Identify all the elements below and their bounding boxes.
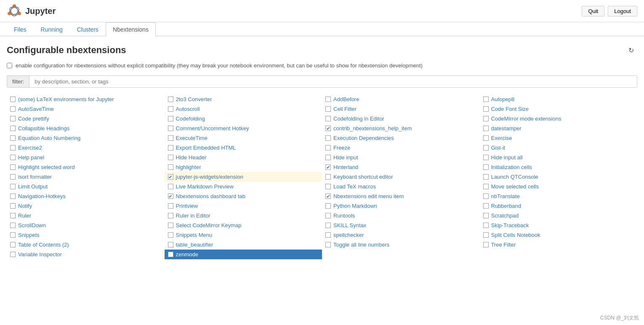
ext-checkbox[interactable]: [325, 242, 331, 247]
list-item[interactable]: Keyboard shortcut editor: [322, 172, 480, 182]
ext-checkbox[interactable]: [168, 184, 173, 189]
ext-checkbox[interactable]: [10, 135, 16, 141]
ext-checkbox[interactable]: [483, 223, 489, 228]
list-item[interactable]: Hide Header: [165, 153, 322, 162]
ext-checkbox[interactable]: [168, 155, 173, 160]
list-item[interactable]: Snippets: [7, 230, 165, 240]
ext-checkbox[interactable]: [168, 252, 173, 257]
tab-running[interactable]: Running: [34, 22, 70, 36]
list-item[interactable]: Exercise2: [7, 143, 165, 153]
list-item[interactable]: Launch QTConsole: [480, 172, 638, 182]
ext-checkbox[interactable]: [10, 106, 16, 112]
list-item[interactable]: Codefolding: [165, 114, 322, 124]
ext-checkbox[interactable]: [168, 106, 173, 112]
ext-checkbox[interactable]: [10, 232, 16, 238]
list-item[interactable]: Printview: [165, 201, 322, 211]
ext-checkbox[interactable]: [483, 116, 489, 121]
list-item[interactable]: Ruler in Editor: [165, 211, 322, 220]
ext-checkbox[interactable]: ✔: [168, 193, 173, 199]
ext-checkbox[interactable]: [10, 97, 16, 102]
ext-checkbox[interactable]: [10, 174, 16, 180]
list-item[interactable]: Select CodeMirror Keymap: [165, 220, 322, 230]
ext-checkbox[interactable]: [10, 126, 16, 131]
list-item[interactable]: CodeMirror mode extensions: [480, 114, 638, 124]
list-item[interactable]: ✔Nbextensions dashboard tab: [165, 191, 322, 201]
list-item[interactable]: ✔Hinterland: [322, 162, 480, 172]
ext-checkbox[interactable]: [168, 126, 173, 131]
list-item[interactable]: Freeze: [322, 143, 480, 153]
reload-icon[interactable]: ↻: [628, 46, 634, 54]
ext-checkbox[interactable]: [10, 213, 16, 218]
ext-checkbox[interactable]: [325, 213, 331, 218]
ext-checkbox[interactable]: [10, 145, 16, 150]
ext-checkbox[interactable]: [168, 213, 173, 218]
list-item[interactable]: Code prettify: [7, 114, 165, 124]
list-item[interactable]: Execution Dependencies: [322, 133, 480, 143]
ext-checkbox[interactable]: [483, 193, 489, 199]
ext-checkbox[interactable]: [168, 135, 173, 141]
list-item[interactable]: SKILL Syntax: [322, 220, 480, 230]
ext-checkbox[interactable]: ✔: [325, 193, 331, 199]
list-item[interactable]: Comment/Uncomment Hotkey: [165, 124, 322, 133]
ext-checkbox[interactable]: [10, 116, 16, 121]
list-item[interactable]: ScrollDown: [7, 220, 165, 230]
ext-checkbox[interactable]: [168, 145, 173, 150]
list-item[interactable]: Ruler: [7, 211, 165, 220]
list-item[interactable]: nbTranslate: [480, 191, 638, 201]
ext-checkbox[interactable]: [168, 203, 173, 209]
list-item[interactable]: Notify: [7, 201, 165, 211]
tab-files[interactable]: Files: [7, 22, 34, 36]
list-item[interactable]: datestamper: [480, 124, 638, 133]
ext-checkbox[interactable]: [483, 126, 489, 131]
list-item[interactable]: Highlight selected word: [7, 162, 165, 172]
ext-checkbox[interactable]: [10, 184, 16, 189]
list-item[interactable]: Skip-Traceback: [480, 220, 638, 230]
list-item[interactable]: Gist-it: [480, 143, 638, 153]
ext-checkbox[interactable]: [325, 184, 331, 189]
ext-checkbox[interactable]: ✔: [325, 126, 331, 131]
ext-checkbox[interactable]: [483, 145, 489, 150]
ext-checkbox[interactable]: [168, 242, 173, 247]
list-item[interactable]: Limit Output: [7, 182, 165, 191]
list-item[interactable]: table_beautifier: [165, 240, 322, 250]
list-item[interactable]: Help panel: [7, 153, 165, 162]
list-item[interactable]: Rubberband: [480, 201, 638, 211]
list-item[interactable]: Autoscroll: [165, 104, 322, 114]
ext-checkbox[interactable]: [168, 164, 173, 170]
list-item[interactable]: Initialization cells: [480, 162, 638, 172]
list-item[interactable]: Toggle all line numbers: [322, 240, 480, 250]
ext-checkbox[interactable]: [10, 242, 16, 247]
ext-checkbox[interactable]: [483, 213, 489, 218]
ext-checkbox[interactable]: [10, 203, 16, 209]
ext-checkbox[interactable]: [168, 97, 173, 102]
ext-checkbox[interactable]: [10, 193, 16, 199]
list-item[interactable]: ExecuteTime: [165, 133, 322, 143]
quit-button[interactable]: Quit: [582, 6, 604, 16]
list-item[interactable]: highlighter: [165, 162, 322, 172]
ext-checkbox[interactable]: [483, 97, 489, 102]
list-item[interactable]: Equation Auto Numbering: [7, 133, 165, 143]
list-item[interactable]: Navigation-Hotkeys: [7, 191, 165, 201]
ext-checkbox[interactable]: [483, 174, 489, 180]
list-item[interactable]: Variable Inspector: [7, 250, 165, 259]
list-item[interactable]: Export Embedded HTML: [165, 143, 322, 153]
tab-clusters[interactable]: Clusters: [70, 22, 106, 36]
list-item[interactable]: AddBefore: [322, 94, 480, 104]
compat-checkbox[interactable]: [7, 63, 12, 68]
ext-checkbox[interactable]: [10, 164, 16, 170]
list-item[interactable]: Split Cells Notebook: [480, 230, 638, 240]
list-item[interactable]: isort formatter: [7, 172, 165, 182]
list-item[interactable]: Exercise: [480, 133, 638, 143]
ext-checkbox[interactable]: [325, 223, 331, 228]
list-item[interactable]: AutoSaveTime: [7, 104, 165, 114]
ext-checkbox[interactable]: ✔: [325, 164, 331, 170]
ext-checkbox[interactable]: [168, 232, 173, 238]
list-item[interactable]: Runtools: [322, 211, 480, 220]
list-item[interactable]: Table of Contents (2): [7, 240, 165, 250]
logout-button[interactable]: Logout: [608, 6, 637, 16]
ext-checkbox[interactable]: [10, 223, 16, 228]
ext-checkbox[interactable]: [483, 135, 489, 141]
list-item[interactable]: 2to3 Converter: [165, 94, 322, 104]
ext-checkbox[interactable]: [325, 155, 331, 160]
list-item[interactable]: Codefolding in Editor: [322, 114, 480, 124]
